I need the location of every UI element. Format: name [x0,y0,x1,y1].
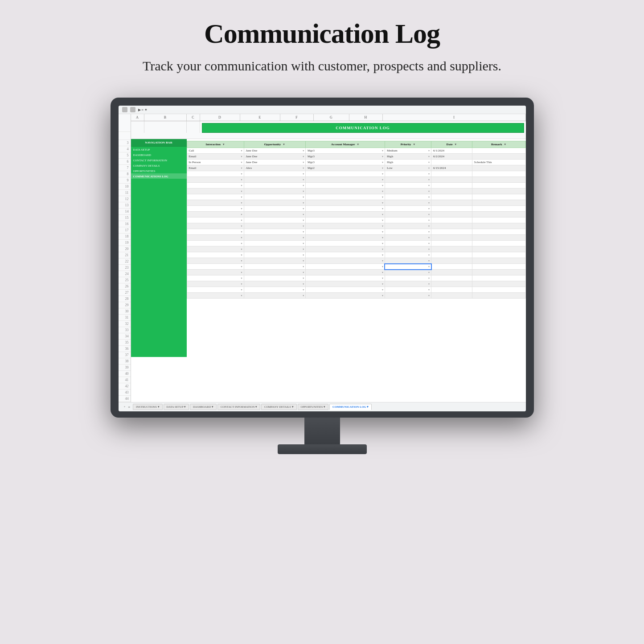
table-cell[interactable] [472,235,525,241]
filter-icon-opportunity[interactable]: ▼ [283,143,285,146]
table-cell[interactable]: High [385,160,431,165]
table-cell[interactable] [187,223,244,229]
table-cell[interactable]: Mgr3 [306,154,385,160]
filter-icon-manager[interactable]: ▼ [357,143,359,146]
table-cell[interactable] [385,270,431,275]
table-cell[interactable] [244,246,306,252]
table-cell[interactable] [385,212,431,217]
table-cell[interactable] [187,281,244,287]
table-cell[interactable] [431,160,472,165]
table-cell[interactable] [385,235,431,241]
table-cell[interactable] [385,275,431,281]
table-cell[interactable] [187,194,244,200]
table-cell[interactable] [244,241,306,246]
table-cell[interactable] [385,177,431,183]
table-cell[interactable] [244,171,306,177]
table-cell[interactable] [385,252,431,258]
table-cell[interactable] [385,206,431,212]
table-cell[interactable] [187,200,244,206]
table-cell[interactable] [472,252,525,258]
table-cell[interactable] [306,183,385,189]
tab-comm-log[interactable]: COMMUNICATION LOG ▾ [329,404,372,410]
tab-list-icon[interactable]: ≡ [128,405,130,409]
table-cell[interactable] [187,252,244,258]
table-cell[interactable] [187,177,244,183]
table-cell[interactable] [385,223,431,229]
table-cell[interactable] [472,165,525,171]
table-cell[interactable] [244,200,306,206]
sidebar-item-contact[interactable]: CONTACT INFORMATION [131,157,187,163]
tab-company-details[interactable]: COMPANY DETAILS ▾ [261,404,296,410]
table-cell[interactable] [431,183,472,189]
table-cell[interactable] [472,217,525,223]
table-cell[interactable] [472,281,525,287]
table-cell[interactable] [306,235,385,241]
table-cell[interactable] [187,258,244,264]
table-cell[interactable] [187,241,244,246]
table-cell[interactable] [306,177,385,183]
table-cell[interactable] [187,212,244,217]
table-cell[interactable] [472,212,525,217]
table-cell[interactable] [472,229,525,235]
table-cell[interactable] [306,287,385,293]
tab-dashboard[interactable]: DASHBOARD ▾ [190,404,217,410]
table-cell[interactable] [244,264,306,270]
table-cell[interactable] [431,275,472,281]
table-cell[interactable] [385,264,431,270]
table-cell[interactable]: Schedule This [472,160,525,165]
table-cell[interactable] [472,223,525,229]
table-cell[interactable] [244,235,306,241]
table-cell[interactable] [244,217,306,223]
table-cell[interactable] [306,264,385,270]
table-cell[interactable] [431,212,472,217]
filter-icon-remark[interactable]: ▼ [504,143,506,146]
table-cell[interactable] [244,270,306,275]
table-cell[interactable] [385,183,431,189]
table-cell[interactable] [244,275,306,281]
table-cell[interactable] [385,217,431,223]
table-cell[interactable] [472,258,525,264]
sidebar-item-opportunities[interactable]: OPPORTUNITIES [131,168,187,173]
table-cell[interactable]: Jane Doe [244,154,306,160]
table-cell[interactable] [187,264,244,270]
table-cell[interactable] [306,281,385,287]
sidebar-item-comm-log[interactable]: COMMUNICATIONS LOG [131,173,187,179]
table-cell[interactable] [244,194,306,200]
table-cell[interactable] [244,229,306,235]
tab-data-setup[interactable]: DATA SETUP ▾ [164,404,189,410]
table-cell[interactable] [306,217,385,223]
table-cell[interactable] [244,183,306,189]
table-cell[interactable] [244,223,306,229]
table-cell[interactable] [431,171,472,177]
table-cell[interactable] [306,258,385,264]
table-cell[interactable] [472,183,525,189]
table-cell[interactable] [385,171,431,177]
table-cell[interactable]: Jane Doe [244,148,306,154]
table-cell[interactable] [306,246,385,252]
table-cell[interactable] [385,189,431,194]
table-cell[interactable] [431,200,472,206]
table-cell[interactable] [472,154,525,160]
table-cell[interactable] [244,258,306,264]
table-cell[interactable] [385,194,431,200]
table-cell[interactable] [431,246,472,252]
table-cell[interactable] [472,148,525,154]
table-cell[interactable] [431,189,472,194]
table-cell[interactable] [244,293,306,299]
table-cell[interactable] [385,258,431,264]
table-cell[interactable] [472,270,525,275]
table-cell[interactable] [306,189,385,194]
table-cell[interactable]: Jane Doe [244,160,306,165]
table-cell[interactable]: 6/1/2024 [431,148,472,154]
table-cell[interactable]: Email [187,165,244,171]
table-cell[interactable] [472,189,525,194]
table-cell[interactable] [472,293,525,299]
table-cell[interactable] [306,212,385,217]
table-cell[interactable] [385,241,431,246]
table-cell[interactable] [431,206,472,212]
table-cell[interactable] [187,270,244,275]
table-cell[interactable] [385,287,431,293]
table-cell[interactable] [431,229,472,235]
table-cell[interactable]: Call [187,148,244,154]
table-cell[interactable] [244,281,306,287]
